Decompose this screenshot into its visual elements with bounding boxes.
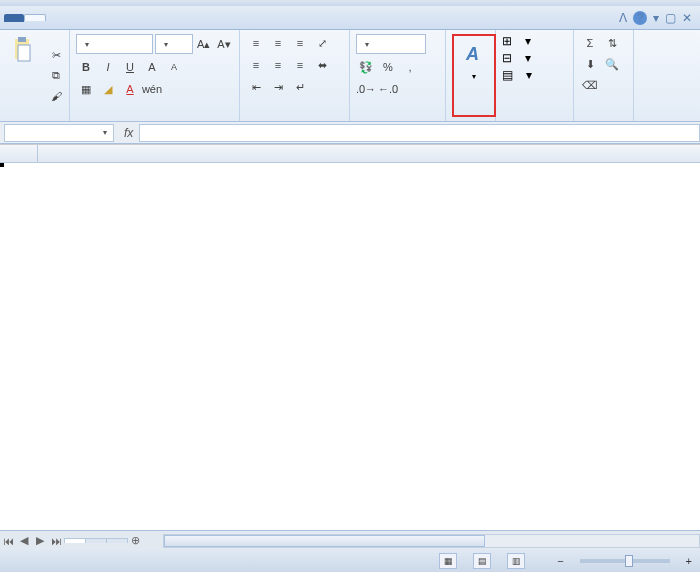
tab-insert[interactable] [46, 15, 66, 21]
decrease-decimal-button[interactable]: ←.0 [378, 80, 398, 98]
fill-button[interactable]: ⬇ [580, 55, 600, 73]
sheet-tab-3[interactable] [106, 538, 128, 543]
format-icon: ▤ [502, 68, 513, 82]
decrease-indent-button[interactable]: ⇤ [246, 78, 266, 96]
view-layout-button[interactable]: ▤ [473, 553, 491, 569]
tab-layout[interactable] [66, 15, 86, 21]
wrap-text-button[interactable]: ↵ [290, 78, 310, 96]
find-button[interactable]: 🔍 [602, 55, 622, 73]
align-top-button[interactable]: ≡ [246, 34, 266, 52]
chevron-down-icon: ▾ [472, 72, 476, 81]
group-clipboard-label [6, 117, 63, 119]
format-painter-button[interactable]: 🖌 [46, 87, 66, 105]
paste-button[interactable] [6, 34, 42, 117]
ribbon: ✂ ⧉ 🖌 ▾ ▾ A▴ A▾ B I U A A ▦ ◢ [0, 30, 700, 122]
ribbon-tabs: ᐱ ? ▾ ▢ ✕ [0, 6, 700, 30]
selection-border [0, 163, 4, 167]
formula-bar: ▾ fx [0, 122, 700, 144]
copy-button[interactable]: ⧉ [46, 67, 66, 85]
autosum-button[interactable]: Σ [580, 34, 600, 52]
sheet-nav-first[interactable]: ⏮ [0, 535, 16, 547]
bold-button[interactable]: B [76, 58, 96, 76]
zoom-in-button[interactable]: + [686, 555, 692, 567]
delete-icon: ⊟ [502, 51, 512, 65]
styles-icon: A [460, 40, 488, 68]
clear-button[interactable]: ⌫ [580, 76, 600, 94]
increase-decimal-button[interactable]: .0→ [356, 80, 376, 98]
increase-indent-button[interactable]: ⇥ [268, 78, 288, 96]
minimize-ribbon-icon[interactable]: ᐱ [619, 11, 627, 25]
help-icon[interactable]: ? [633, 11, 647, 25]
tab-formulas[interactable] [86, 15, 106, 21]
align-middle-button[interactable]: ≡ [268, 34, 288, 52]
group-cells-label [502, 117, 567, 119]
tab-new[interactable] [166, 15, 186, 21]
tab-data[interactable] [106, 15, 126, 21]
group-align-label [246, 117, 343, 119]
select-all-corner[interactable] [0, 145, 38, 162]
status-bar: ▦ ▤ ▥ − + [0, 550, 700, 572]
group-editing-label [580, 117, 627, 119]
font-color-button[interactable]: A [120, 80, 140, 98]
group-number-label [356, 117, 439, 119]
merge-button[interactable]: ⬌ [312, 56, 332, 74]
insert-cells-button[interactable]: ⊞ ▾ [502, 34, 567, 48]
font-shrink-icon[interactable]: A [164, 58, 184, 76]
formula-input[interactable] [139, 124, 700, 142]
window-restore-icon[interactable]: ▢ [665, 11, 676, 25]
sheet-nav-last[interactable]: ⏭ [48, 535, 64, 547]
svg-text:A: A [465, 44, 479, 64]
window-options-icon[interactable]: ▾ [653, 11, 659, 25]
window-close-icon[interactable]: ✕ [682, 11, 692, 25]
fx-button[interactable]: fx [118, 126, 139, 140]
chevron-down-icon: ▾ [103, 128, 107, 137]
sheet-nav-next[interactable]: ▶ [32, 534, 48, 547]
spreadsheet-grid[interactable] [0, 144, 700, 530]
sheet-nav-prev[interactable]: ◀ [16, 534, 32, 547]
font-grow-icon[interactable]: A [142, 58, 162, 76]
name-box[interactable]: ▾ [4, 124, 114, 142]
fill-color-button[interactable]: ◢ [98, 80, 118, 98]
delete-cells-button[interactable]: ⊟ ▾ [502, 51, 567, 65]
font-name-dropdown[interactable]: ▾ [76, 34, 153, 54]
align-center-button[interactable]: ≡ [268, 56, 288, 74]
underline-button[interactable]: U [120, 58, 140, 76]
horizontal-scrollbar[interactable] [163, 534, 700, 548]
zoom-slider[interactable] [580, 559, 670, 563]
tab-view[interactable] [146, 15, 166, 21]
align-right-button[interactable]: ≡ [290, 56, 310, 74]
group-font-label [76, 117, 233, 119]
currency-button[interactable]: 💱 [356, 58, 376, 76]
orientation-button[interactable]: ⤢ [312, 34, 332, 52]
sheet-tab-1[interactable] [64, 538, 86, 543]
styles-button[interactable]: A ▾ [456, 38, 492, 83]
cut-button[interactable]: ✂ [46, 47, 66, 65]
phonetic-button[interactable]: wén [142, 80, 162, 98]
sheet-tabs-bar: ⏮ ◀ ▶ ⏭ ⊕ [0, 530, 700, 550]
comma-button[interactable]: , [400, 58, 420, 76]
border-button[interactable]: ▦ [76, 80, 96, 98]
view-pagebreak-button[interactable]: ▥ [507, 553, 525, 569]
font-size-dropdown[interactable]: ▾ [155, 34, 192, 54]
tab-review[interactable] [126, 15, 146, 21]
number-format-dropdown[interactable]: ▾ [356, 34, 426, 54]
insert-icon: ⊞ [502, 34, 512, 48]
align-left-button[interactable]: ≡ [246, 56, 266, 74]
new-sheet-button[interactable]: ⊕ [127, 534, 143, 547]
decrease-font-button[interactable]: A▾ [215, 35, 233, 53]
zoom-out-button[interactable]: − [557, 555, 563, 567]
view-normal-button[interactable]: ▦ [439, 553, 457, 569]
svg-rect-1 [18, 37, 26, 42]
tab-file[interactable] [4, 14, 24, 22]
tab-home[interactable] [24, 14, 46, 21]
sheet-tab-2[interactable] [85, 538, 107, 543]
align-bottom-button[interactable]: ≡ [290, 34, 310, 52]
format-cells-button[interactable]: ▤ ▾ [502, 68, 567, 82]
increase-font-button[interactable]: A▴ [195, 35, 213, 53]
italic-button[interactable]: I [98, 58, 118, 76]
percent-button[interactable]: % [378, 58, 398, 76]
svg-rect-2 [18, 45, 30, 61]
sort-button[interactable]: ⇅ [602, 34, 622, 52]
